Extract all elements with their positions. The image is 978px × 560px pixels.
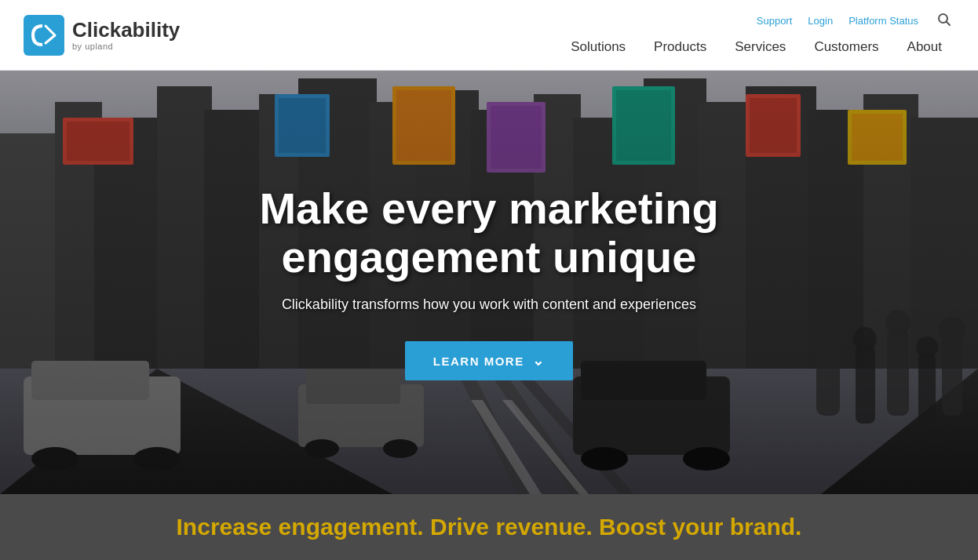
learn-more-label: LEARN MORE (433, 355, 524, 368)
search-icon (937, 13, 951, 27)
nav-services[interactable]: Services (722, 35, 798, 60)
svg-line-2 (947, 21, 951, 25)
svg-point-62 (916, 336, 938, 358)
hero-subtext: Clickability transforms how you work wit… (259, 296, 718, 313)
chevron-down-icon: ⌄ (532, 352, 546, 369)
hero-content: Make every marketing engagement unique C… (243, 184, 734, 380)
svg-rect-0 (24, 15, 64, 56)
support-link[interactable]: Support (757, 15, 793, 27)
nav-customers[interactable]: Customers (801, 35, 891, 60)
hero-headline-line1: Make every marketing (259, 184, 718, 233)
svg-rect-63 (942, 337, 962, 416)
logo-sub: by upland (72, 42, 180, 51)
svg-point-58 (853, 327, 877, 351)
bottom-strip-text: Increase engagement. Drive revenue. Boos… (177, 514, 802, 540)
svg-rect-57 (856, 345, 875, 424)
platform-status-link[interactable]: Platform Status (848, 15, 918, 27)
login-link[interactable]: Login (808, 15, 833, 27)
svg-point-60 (885, 310, 910, 335)
utility-nav: Support Login Platform Status (757, 11, 954, 31)
hero-headline: Make every marketing engagement unique (259, 184, 718, 281)
svg-rect-55 (816, 322, 840, 416)
logo-icon (24, 15, 64, 56)
svg-point-56 (814, 300, 842, 328)
logo-text: Clickability by upland (72, 19, 180, 51)
learn-more-button[interactable]: LEARN MORE ⌄ (405, 341, 573, 380)
header: Clickability by upland Support Login Pla… (0, 0, 978, 71)
main-nav: Solutions Products Services Customers Ab… (558, 35, 954, 60)
svg-rect-61 (918, 353, 936, 424)
logo-name: Clickability (72, 19, 180, 42)
nav-solutions[interactable]: Solutions (558, 35, 638, 60)
hero-headline-line2: engagement unique (282, 232, 697, 282)
bottom-strip: Increase engagement. Drive revenue. Boos… (0, 494, 978, 560)
header-right: Support Login Platform Status Solutions … (558, 11, 954, 60)
svg-point-64 (939, 317, 965, 344)
nav-about[interactable]: About (895, 35, 954, 60)
svg-rect-59 (887, 329, 909, 416)
logo[interactable]: Clickability by upland (24, 15, 180, 56)
nav-products[interactable]: Products (641, 35, 719, 60)
hero-section: Make every marketing engagement unique C… (0, 71, 978, 494)
search-button[interactable] (934, 11, 954, 31)
